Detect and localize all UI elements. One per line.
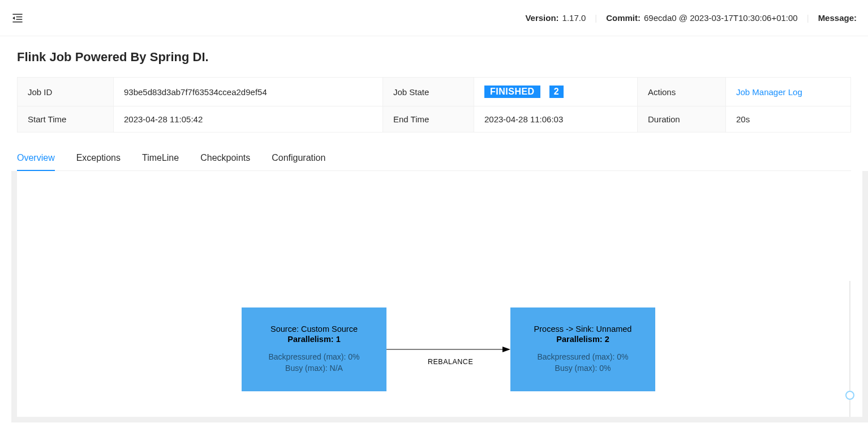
page-title: Flink Job Powered By Spring DI. (17, 50, 851, 65)
zoom-slider-handle[interactable] (845, 391, 854, 400)
job-state-value-cell: FINISHED 2 (474, 78, 638, 106)
tab-configuration[interactable]: Configuration (272, 146, 325, 171)
job-state-label: Job State (383, 78, 474, 106)
node-busy: Busy (max): 0% (555, 363, 611, 374)
sidebar-toggle-button[interactable] (11, 12, 24, 24)
end-time-value: 2023-04-28 11:06:03 (474, 106, 638, 133)
job-id-label: Job ID (18, 78, 114, 106)
message-label: Message: (818, 13, 857, 23)
tab-checkpoints[interactable]: Checkpoints (200, 146, 250, 171)
tab-timeline[interactable]: TimeLine (142, 146, 179, 171)
node-parallelism: Parallelism: 2 (556, 335, 609, 344)
edge-label: REBALANCE (428, 358, 473, 366)
svg-marker-1 (502, 347, 510, 352)
job-id-value: 93be5d83d3ab7f7f63534ccea2d9ef54 (114, 78, 383, 106)
commit-label: Commit: (606, 13, 641, 23)
actions-label: Actions (638, 78, 726, 106)
node-title: Process -> Sink: Unnamed (534, 324, 632, 334)
start-time-label: Start Time (18, 106, 114, 133)
tab-overview[interactable]: Overview (17, 146, 55, 171)
node-busy: Busy (max): N/A (285, 363, 343, 374)
actions-cell: Job Manager Log (726, 78, 851, 106)
job-graph[interactable]: Source: Custom Source Parallelism: 1 Bac… (17, 171, 862, 417)
node-parallelism: Parallelism: 1 (287, 335, 341, 344)
version-label: Version: (525, 13, 558, 23)
job-info-table: Job ID 93be5d83d3ab7f7f63534ccea2d9ef54 … (17, 77, 851, 133)
graph-node-source[interactable]: Source: Custom Source Parallelism: 1 Bac… (242, 307, 386, 391)
tab-exceptions[interactable]: Exceptions (76, 146, 121, 171)
status-badge: FINISHED (484, 86, 540, 98)
duration-value: 20s (726, 106, 851, 133)
divider: | (595, 13, 597, 23)
graph-node-sink[interactable]: Process -> Sink: Unnamed Parallelism: 2 … (510, 307, 655, 391)
top-header: Version: 1.17.0 | Commit: 69ecda0 @ 2023… (0, 0, 868, 36)
edge-arrow-icon (386, 345, 510, 353)
commit-value: 69ecda0 @ 2023-03-17T10:30:06+01:00 (644, 13, 798, 23)
start-time-value: 2023-04-28 11:05:42 (114, 106, 383, 133)
job-manager-log-link[interactable]: Job Manager Log (736, 87, 802, 97)
graph-container: Source: Custom Source Parallelism: 1 Bac… (11, 171, 868, 422)
tabs-bar: Overview Exceptions TimeLine Checkpoints… (17, 146, 851, 171)
divider: | (807, 13, 809, 23)
end-time-label: End Time (383, 106, 474, 133)
node-backpressure: Backpressured (max): 0% (537, 352, 628, 363)
version-value: 1.17.0 (562, 13, 586, 23)
menu-fold-icon (11, 12, 24, 24)
node-backpressure: Backpressured (max): 0% (268, 352, 359, 363)
node-title: Source: Custom Source (270, 324, 358, 334)
status-count-badge: 2 (549, 86, 564, 98)
duration-label: Duration (638, 106, 726, 133)
header-info-bar: Version: 1.17.0 | Commit: 69ecda0 @ 2023… (525, 13, 857, 23)
